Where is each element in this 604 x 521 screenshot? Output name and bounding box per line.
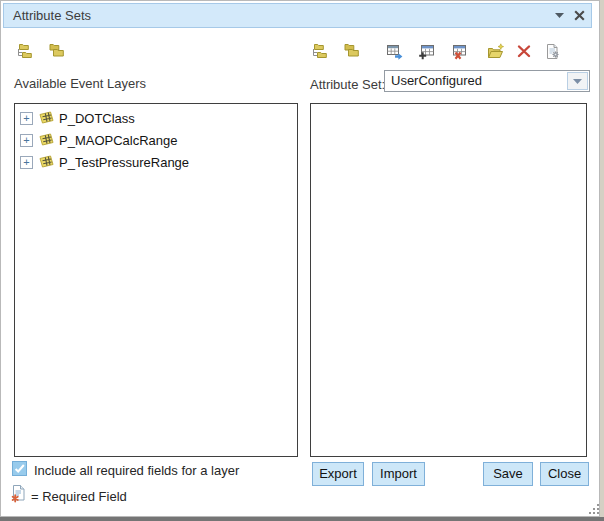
expand-plus-icon[interactable]: + (20, 112, 33, 125)
tree-item-label: P_DOTClass (59, 111, 135, 126)
event-layer-icon (38, 110, 55, 126)
save-button[interactable]: Save (483, 462, 533, 486)
available-event-layers-label: Available Event Layers (14, 76, 146, 91)
chevron-down-icon[interactable] (551, 7, 567, 25)
attribute-sets-dialog: Attribute Sets (0, 0, 604, 521)
table-remove-icon[interactable] (451, 43, 469, 61)
file-settings-icon[interactable] (544, 43, 562, 61)
include-required-fields-label: Include all required fields for a layer (34, 463, 239, 478)
include-required-fields-checkbox[interactable] (12, 461, 27, 476)
required-field-icon (11, 485, 26, 506)
event-layer-icon (38, 154, 55, 170)
folders-icon[interactable] (48, 43, 66, 61)
layer-tree-icon[interactable] (16, 43, 34, 61)
tree-item-label: P_TestPressureRange (59, 155, 189, 170)
window-edge-bottom (0, 517, 604, 521)
tree-item-label: P_MAOPCalcRange (59, 133, 178, 148)
expand-plus-icon[interactable]: + (20, 134, 33, 147)
available-event-layers-list[interactable]: + P_DOTClass + P_MAOPCalcRange + (14, 103, 298, 457)
delete-icon[interactable] (516, 43, 534, 61)
export-button[interactable]: Export (312, 462, 364, 486)
new-folder-icon[interactable] (487, 43, 505, 61)
import-button[interactable]: Import (372, 462, 425, 486)
tree-item-p-maopcalcrange[interactable]: + P_MAOPCalcRange (15, 129, 297, 151)
layer-tree-icon[interactable] (311, 43, 329, 61)
tree-item-p-dotclass[interactable]: + P_DOTClass (15, 107, 297, 129)
attribute-set-value: UserConfigured (391, 73, 482, 88)
close-button[interactable]: Close (540, 462, 589, 486)
required-field-legend: = Required Field (31, 489, 127, 504)
expand-plus-icon[interactable]: + (20, 156, 33, 169)
table-export-icon[interactable] (386, 43, 404, 61)
resize-grip[interactable] (588, 503, 600, 515)
event-layer-icon (38, 132, 55, 148)
close-icon[interactable] (571, 7, 587, 25)
dialog-title: Attribute Sets (4, 8, 91, 23)
tree-item-p-testpressurerange[interactable]: + P_TestPressureRange (15, 151, 297, 173)
combo-dropdown-button[interactable] (567, 72, 588, 90)
attribute-set-label: Attribute Set: (310, 77, 385, 92)
attribute-set-combobox[interactable]: UserConfigured (384, 70, 590, 92)
folders-icon[interactable] (343, 43, 361, 61)
window-edge-right (600, 0, 604, 517)
titlebar: Attribute Sets (3, 3, 592, 28)
table-add-icon[interactable] (418, 43, 436, 61)
attribute-set-content-list[interactable] (310, 103, 587, 457)
